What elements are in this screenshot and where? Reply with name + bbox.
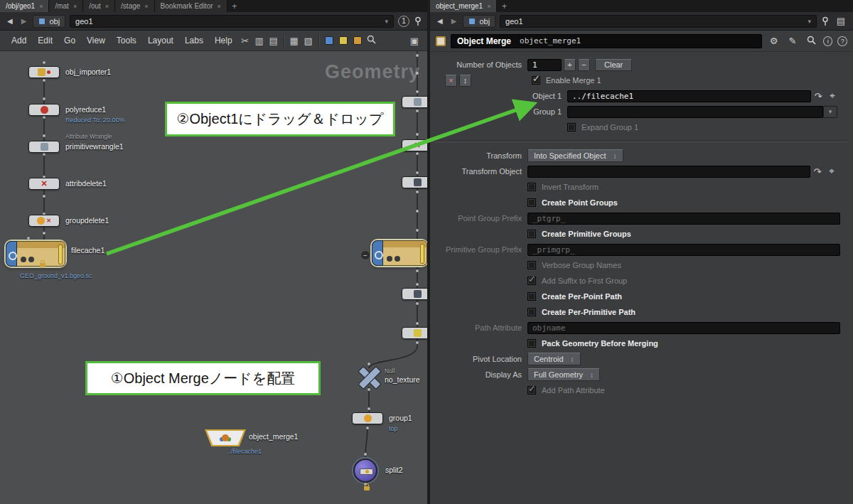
node-filecache2[interactable] xyxy=(372,240,427,266)
node-filecache1[interactable] xyxy=(6,241,65,267)
checkbox-create-point-groups[interactable] xyxy=(527,198,536,207)
menu-labs[interactable]: Labs xyxy=(179,36,209,45)
close-tab-icon[interactable]: × xyxy=(218,3,221,10)
object1-input[interactable]: ../filecache1 xyxy=(567,90,811,102)
menu-layout[interactable]: Layout xyxy=(142,36,179,45)
clear-button[interactable]: Clear xyxy=(595,59,632,71)
new-pane-tab-icon[interactable]: + xyxy=(497,0,511,12)
menu-add[interactable]: Add xyxy=(6,36,32,45)
network-canvas[interactable]: Geometry obj_importer1 polyreduce1 Reduc… xyxy=(0,51,427,504)
select-operator-icon[interactable]: ⌖ xyxy=(825,90,839,102)
pane-tab-object-merge1[interactable]: object_merge1 × xyxy=(430,0,497,12)
menu-edit[interactable]: Edit xyxy=(32,36,58,45)
pane-tab-bookmark-editor[interactable]: Bookmark Editor × xyxy=(155,0,227,12)
snapshot-badge[interactable]: 1 xyxy=(398,16,409,27)
group1-input[interactable] xyxy=(567,106,823,118)
forward-icon[interactable]: ▶ xyxy=(19,17,29,25)
node-primitivewrangle1[interactable]: Attribute Wrangle primitivewrangle1 xyxy=(28,141,124,153)
node-object-merge1[interactable] xyxy=(205,429,246,446)
info-icon[interactable]: i xyxy=(823,36,833,46)
pin-icon[interactable] xyxy=(414,16,422,26)
delete-merge-instance-button[interactable]: × xyxy=(445,75,457,87)
checkbox-add-suffix-to-first-group[interactable]: ✓ xyxy=(527,277,536,285)
filecache-load-toggle[interactable] xyxy=(6,241,17,267)
forward-icon[interactable]: ▶ xyxy=(449,17,459,25)
new-pane-tab-icon[interactable]: + xyxy=(227,0,242,12)
scissors-icon[interactable]: ✂ xyxy=(238,36,252,46)
pane-tab-stage[interactable]: /stage × xyxy=(115,0,155,12)
node-split2-shape[interactable] xyxy=(353,459,377,483)
pane-tab-mat[interactable]: /mat × xyxy=(49,0,83,12)
network-dot-icon[interactable] xyxy=(353,36,362,45)
reorder-merge-instance-button[interactable]: ↕ xyxy=(459,75,471,87)
remove-object-button[interactable]: − xyxy=(578,59,590,71)
pivot-location-dropdown[interactable]: Centroid ↕ xyxy=(527,353,581,365)
path-location-combo[interactable]: geo1 ▾ xyxy=(70,15,394,28)
collapsed-input-badge[interactable]: − xyxy=(360,250,370,260)
point-group-prefix-input[interactable]: _ptgrp_ xyxy=(527,213,840,225)
add-object-button[interactable]: + xyxy=(564,59,576,71)
node-right-chain-4[interactable] xyxy=(402,288,427,300)
pin-icon[interactable] xyxy=(821,16,830,26)
pane-options-icon[interactable]: ▣ xyxy=(407,36,422,46)
close-tab-icon[interactable]: × xyxy=(73,3,77,10)
checkbox-pack-geometry[interactable] xyxy=(527,339,536,348)
node-group1[interactable]: group1 top xyxy=(352,412,412,433)
jump-to-operator-icon[interactable]: ↷ xyxy=(810,166,825,177)
node-groupdelete1[interactable]: ✕ groupdelete1 xyxy=(28,215,109,227)
pane-tab-out[interactable]: /out × xyxy=(83,0,115,12)
node-no-texture-null-shape[interactable] xyxy=(358,367,380,388)
close-tab-icon[interactable]: × xyxy=(487,3,490,10)
grid-snap-icon[interactable]: ▦ xyxy=(287,36,301,46)
back-icon[interactable]: ◀ xyxy=(5,17,15,25)
menu-view[interactable]: View xyxy=(81,36,111,45)
node-right-chain-2[interactable]: ✕ xyxy=(402,139,427,151)
checkbox-expand-group[interactable] xyxy=(567,123,576,132)
checkbox-add-path-attribute[interactable]: ✓ xyxy=(527,386,536,395)
panel-layout-icon[interactable]: ▤ xyxy=(834,16,848,26)
checkbox-verbose-group-names[interactable] xyxy=(527,261,536,269)
back-icon[interactable]: ◀ xyxy=(435,17,445,25)
notes-icon[interactable]: ▤ xyxy=(267,36,281,46)
help-icon[interactable]: ? xyxy=(837,36,847,46)
search-icon[interactable] xyxy=(365,35,379,46)
menu-go[interactable]: Go xyxy=(58,36,81,45)
sticky-note-icon[interactable] xyxy=(339,36,348,45)
node-polyreduce1[interactable]: polyreduce1 Reduced To: 20.00% xyxy=(28,104,124,124)
display-as-dropdown[interactable]: Full Geometry ↕ xyxy=(527,368,600,381)
checkbox-create-primitive-groups[interactable] xyxy=(527,230,536,238)
gear-icon[interactable]: ⚙ xyxy=(767,36,780,46)
node-obj-importer1[interactable]: obj_importer1 xyxy=(28,66,111,78)
group-menu-icon[interactable]: ▾ xyxy=(823,106,837,118)
node-right-chain-3[interactable] xyxy=(402,176,427,188)
node-attribdelete1[interactable]: ✕ attribdelete1 xyxy=(28,178,107,190)
checkbox-create-per-primitive-path[interactable] xyxy=(527,308,536,316)
pane-tab-obj-geo1[interactable]: /obj/geo1 × xyxy=(0,0,49,12)
close-tab-icon[interactable]: × xyxy=(39,3,43,10)
node-name-field[interactable]: Object Merge object_merge1 xyxy=(451,34,762,48)
menu-tools[interactable]: Tools xyxy=(111,36,142,45)
align-nodes-icon[interactable]: ▥ xyxy=(252,36,267,46)
brush-icon[interactable]: ✎ xyxy=(785,36,799,46)
path-location-combo[interactable]: geo1 ▾ xyxy=(500,15,817,28)
search-icon[interactable] xyxy=(805,36,818,47)
path-root-crumb[interactable]: obj xyxy=(463,15,495,28)
checkbox-enable-merge[interactable]: ✓ xyxy=(532,76,540,85)
primitive-group-prefix-input[interactable]: _primgrp_ xyxy=(527,244,840,256)
network-box-icon[interactable] xyxy=(325,36,333,45)
grid-display-icon[interactable]: ▧ xyxy=(301,36,316,46)
close-tab-icon[interactable]: × xyxy=(105,3,109,10)
path-attribute-input[interactable]: objname xyxy=(527,322,840,334)
select-operator-icon[interactable]: ⌖ xyxy=(825,166,839,177)
close-tab-icon[interactable]: × xyxy=(144,3,148,10)
menu-help[interactable]: Help xyxy=(209,36,238,45)
jump-to-operator-icon[interactable]: ↷ xyxy=(811,91,825,102)
path-root-crumb[interactable]: obj xyxy=(33,15,65,28)
node-right-chain-1[interactable] xyxy=(402,96,427,108)
checkbox-create-per-point-path[interactable] xyxy=(527,292,536,301)
checkbox-invert-transform[interactable] xyxy=(527,183,536,191)
filecache-load-toggle[interactable] xyxy=(372,240,383,266)
transform-dropdown[interactable]: Into Specified Object ↕ xyxy=(527,149,623,162)
number-of-objects-input[interactable]: 1 xyxy=(527,59,562,71)
node-right-chain-5[interactable] xyxy=(402,327,427,339)
